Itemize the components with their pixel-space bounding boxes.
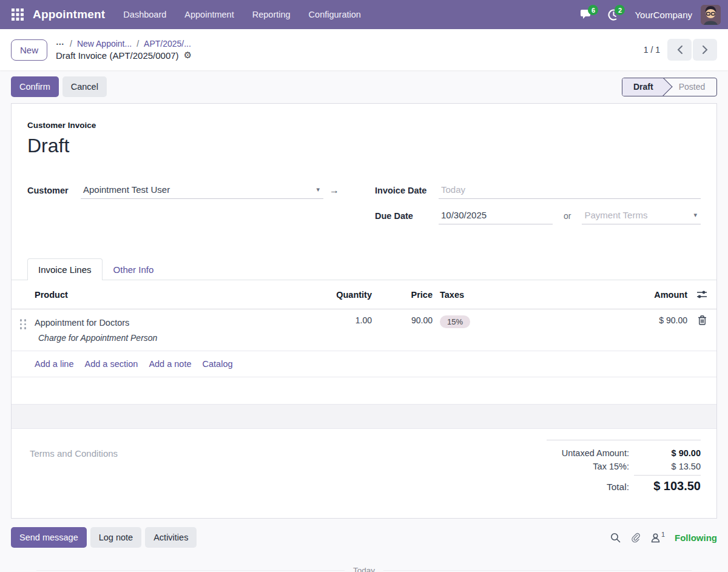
line-description[interactable]: Charge for Appointment Person [35,333,305,343]
user-avatar[interactable] [701,5,721,25]
menu-configuration[interactable]: Configuration [302,6,368,23]
activities-button[interactable]: 2 [603,4,624,25]
trash-icon[interactable] [698,315,707,325]
invoice-date-label: Invoice Date [375,186,439,195]
customer-label: Customer [27,186,81,195]
navbar-right: 6 2 YourCompany [576,4,721,25]
chevron-down-icon[interactable]: ▾ [316,186,320,193]
apps-grid-glyph [12,8,24,21]
breadcrumb-link-record[interactable]: APT/2025/... [144,39,191,49]
optional-columns-icon[interactable] [696,290,707,299]
state-title: Draft [27,135,701,157]
pager-next-button[interactable] [693,39,717,61]
column-taxes[interactable]: Taxes [433,290,596,300]
untaxed-amount-label: Untaxed Amount: [562,448,629,458]
or-label: or [564,211,571,221]
breadcrumb: ⋯ / New Appoint... / APT/2025/... Draft … [56,39,192,61]
sheet-footer: Terms and Conditions Untaxed Amount: $ 9… [12,429,716,495]
menu-reporting[interactable]: Reporting [245,6,298,23]
search-icon [610,533,621,543]
invoice-line-row[interactable]: Appointment for Doctors Charge for Appoi… [12,309,716,351]
followers-button[interactable]: 1 [650,533,665,543]
paperclip-icon [630,532,641,543]
form-control-panel: Confirm Cancel Draft Posted [0,70,728,103]
activities-schedule-button[interactable]: Activities [145,527,197,548]
empty-band [12,377,716,405]
chevron-right-icon [702,45,709,55]
total-label: Total: [607,482,629,493]
breadcrumb-link-appointment[interactable]: New Appoint... [77,39,132,49]
search-messages-button[interactable] [610,533,621,543]
customer-input[interactable]: Apointment Test User ▾ [81,182,323,199]
due-date-row: Due Date 10/30/2025 or Payment Terms ▾ [375,203,701,229]
tab-invoice-lines[interactable]: Invoice Lines [27,258,103,280]
total-row: Total: $ 103.50 [547,473,701,495]
column-quantity[interactable]: Quantity [305,290,372,300]
untaxed-amount-row: Untaxed Amount: $ 90.00 [547,446,701,460]
menu-appointment[interactable]: Appointment [177,6,241,23]
today-divider: Today [36,566,692,572]
document-type-label: Customer Invoice [27,121,701,130]
chevron-down-icon[interactable]: ▾ [693,211,697,219]
today-label: Today [353,566,375,572]
breadcrumb-bar: New ⋯ / New Appoint... / APT/2025/... Dr… [0,29,728,70]
invoice-date-input[interactable]: Today [439,182,701,199]
follower-count: 1 [661,531,665,538]
tax-badge[interactable]: 15% [440,315,470,328]
app-title[interactable]: Appointment [33,8,105,21]
due-date-label: Due Date [375,211,439,221]
due-date-input[interactable]: 10/30/2025 [439,207,553,224]
breadcrumb-overflow-button[interactable]: ⋯ [56,39,65,49]
company-name[interactable]: YourCompany [635,10,692,20]
add-a-note-link[interactable]: Add a note [149,359,191,369]
add-a-section-link[interactable]: Add a section [85,359,138,369]
form-sheet: Customer Invoice Draft Customer Apointme… [11,103,717,519]
line-quantity[interactable]: 1.00 [305,314,372,325]
internal-link-arrow-icon[interactable]: → [329,185,339,196]
column-amount[interactable]: Amount [596,290,687,300]
terms-input[interactable]: Terms and Conditions [30,448,118,495]
status-bar: Draft Posted [622,78,717,96]
page-title: Draft Invoice (APT/2025/0007) [56,50,179,61]
menu-dashboard[interactable]: Dashboard [116,6,174,23]
messages-count-badge: 6 [588,5,598,15]
confirm-button[interactable]: Confirm [11,76,59,97]
apps-grid-icon[interactable] [7,4,28,25]
avatar-image [701,5,721,25]
cancel-button[interactable]: Cancel [62,76,107,97]
following-button[interactable]: Following [675,533,717,543]
payment-terms-input[interactable]: Payment Terms ▾ [582,207,701,224]
untaxed-amount-value: $ 90.00 [634,448,701,458]
status-step-draft[interactable]: Draft [622,78,663,96]
drag-handle-icon[interactable] [20,319,27,329]
catalog-link[interactable]: Catalog [203,359,233,369]
line-price[interactable]: 90.00 [372,314,433,325]
record-pager: 1 / 1 [644,39,717,61]
line-product-name[interactable]: Appointment for Doctors [35,318,305,328]
messages-button[interactable]: 6 [576,4,597,25]
total-value: $ 103.50 [634,475,701,493]
add-a-line-link[interactable]: Add a line [35,359,74,369]
send-message-button[interactable]: Send message [11,527,87,548]
log-note-button[interactable]: Log note [90,527,141,548]
line-amount: $ 90.00 [596,314,687,325]
gear-icon[interactable]: ⚙ [184,50,192,61]
pager-count: 1 / 1 [644,45,660,55]
line-add-links: Add a line Add a section Add a note Cata… [12,351,716,377]
breadcrumb-separator: / [70,39,72,49]
payment-terms-placeholder: Payment Terms [584,210,691,220]
new-button[interactable]: New [11,39,47,61]
column-price[interactable]: Price [372,290,433,300]
invoice-date-row: Invoice Date Today [375,178,701,203]
top-navbar: Appointment Dashboard Appointment Report… [0,0,728,29]
pager-previous-button[interactable] [667,39,692,61]
header-fields: Customer Apointment Test User ▾ → Invoic… [12,178,716,229]
invoice-date-placeholder: Today [441,184,699,195]
column-product[interactable]: Product [35,290,305,300]
activities-count-badge: 2 [615,5,625,15]
attachments-button[interactable] [630,532,641,543]
tax-label: Tax 15%: [593,462,629,471]
gray-band [12,405,716,429]
tax-row: Tax 15%: $ 13.50 [547,460,701,473]
tab-other-info[interactable]: Other Info [103,258,165,280]
